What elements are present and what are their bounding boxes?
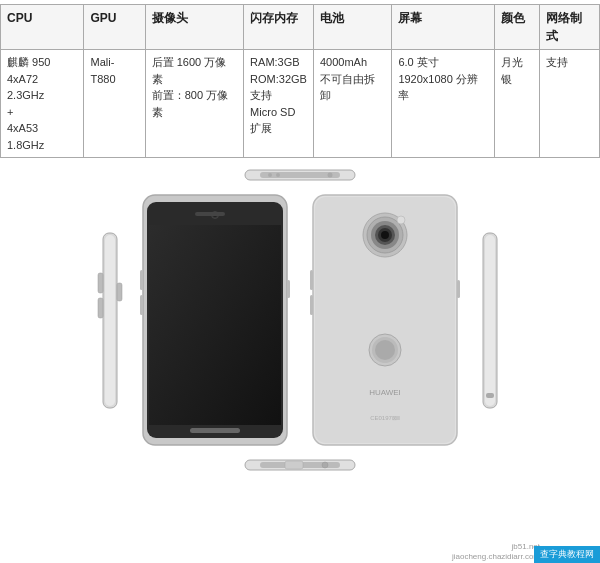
phones-row: HUAWEI CE0197⊠Ⅱ [0,190,600,450]
cell-color: 月光银 [494,50,539,158]
svg-point-32 [375,340,395,360]
svg-rect-9 [117,283,122,301]
cell-network: 支持 [540,50,600,158]
svg-text:CE0197⊠Ⅱ: CE0197⊠Ⅱ [370,415,400,421]
cell-memory: RAM:3GBROM:32GB支持Micro SD扩展 [244,50,314,158]
watermark-jiaocheng: jiaocheng.chazidiarr.com [452,552,540,561]
svg-rect-16 [195,212,225,216]
header-battery: 电池 [313,5,391,50]
header-camera: 摄像头 [145,5,243,50]
phone-top-strip [240,166,360,184]
svg-point-2 [328,173,333,178]
spec-table: CPU GPU 摄像头 闪存内存 电池 屏幕 颜色 网络制式 麒麟 9504xA… [0,4,600,158]
cell-battery: 4000mAh不可自由拆卸 [313,50,391,158]
phone-side-right [475,228,505,413]
header-screen: 屏幕 [392,5,494,50]
svg-point-29 [397,216,405,224]
cell-camera: 后置 1600 万像素前置：800 万像素 [145,50,243,158]
table-row: 麒麟 9504xA72 2.3GHz+4xA53 1.8GHz Mali-T88… [1,50,600,158]
header-color: 颜色 [494,5,539,50]
watermark-blue: 查字典教程网 [534,546,600,563]
svg-rect-44 [285,461,303,469]
phone-back-view: HUAWEI CE0197⊠Ⅱ [305,190,465,450]
svg-rect-38 [457,280,460,298]
cell-cpu: 麒麟 9504xA72 2.3GHz+4xA53 1.8GHz [1,50,84,158]
svg-rect-40 [485,235,495,406]
phone-bottom-view-top [240,166,360,184]
cell-gpu: Mali-T880 [84,50,145,158]
svg-rect-19 [140,295,143,315]
svg-text:HUAWEI: HUAWEI [369,388,401,397]
phone-front-view [135,190,295,450]
svg-rect-18 [140,270,143,290]
cell-screen: 6.0 英寸1920x1080 分辨率 [392,50,494,158]
svg-rect-41 [486,393,494,398]
svg-point-28 [381,231,389,239]
svg-rect-6 [105,235,115,406]
svg-point-4 [276,173,280,177]
svg-rect-37 [310,295,313,315]
svg-point-45 [322,462,328,468]
header-gpu: GPU [84,5,145,50]
header-network: 网络制式 [540,5,600,50]
svg-rect-20 [287,280,290,298]
phone-images-section: HUAWEI CE0197⊠Ⅱ [0,166,600,474]
phone-side-left [95,228,125,413]
phone-bottom-strip [240,456,360,474]
header-cpu: CPU [1,5,84,50]
svg-rect-13 [149,225,281,425]
svg-rect-17 [190,428,240,433]
svg-rect-7 [98,273,103,293]
header-memory: 闪存内存 [244,5,314,50]
svg-rect-36 [310,270,313,290]
svg-rect-8 [98,298,103,318]
svg-point-3 [268,173,272,177]
phone-top-view-bottom [240,456,360,474]
